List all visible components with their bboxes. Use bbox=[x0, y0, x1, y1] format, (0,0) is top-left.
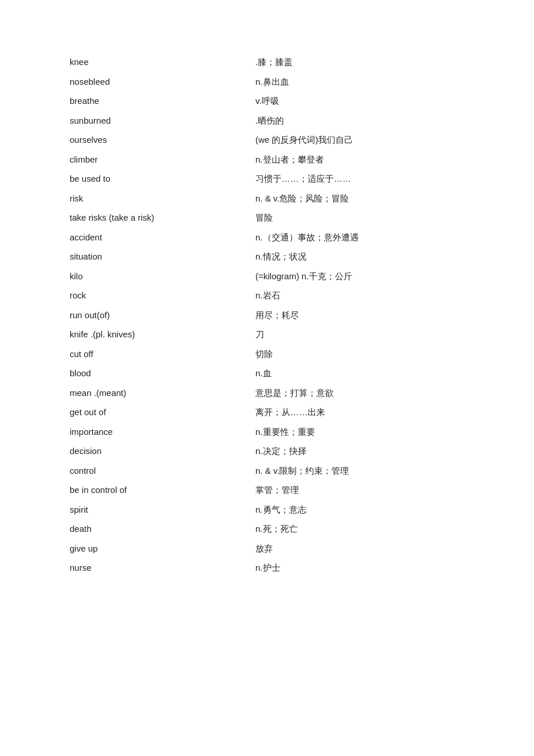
vocab-row: give up 放弃 bbox=[70, 539, 470, 559]
vocab-en-term: cut off bbox=[70, 347, 255, 362]
vocab-row: control n. & v.限制；约束；管理 bbox=[70, 461, 470, 481]
vocab-en-term: take risks (take a risk) bbox=[70, 210, 255, 225]
vocab-en-term: run out(of) bbox=[70, 308, 255, 323]
vocab-en-term: knee bbox=[70, 55, 255, 70]
vocab-en-term: death bbox=[70, 521, 255, 537]
vocab-row: situationn.情况；状况 bbox=[70, 247, 470, 267]
vocab-zh-definition: 放弃 bbox=[255, 541, 470, 556]
vocab-row: run out(of) 用尽；耗尽 bbox=[70, 305, 470, 325]
vocab-zh-definition: n. & v.危险；风险；冒险 bbox=[255, 191, 470, 206]
vocab-row: get out of 离开；从……出来 bbox=[70, 402, 470, 422]
vocab-en-term: give up bbox=[70, 541, 255, 556]
vocab-row: cut off 切除 bbox=[70, 344, 470, 364]
vocab-zh-definition: 刀 bbox=[255, 327, 470, 342]
vocab-zh-definition: n.死；死亡 bbox=[255, 521, 470, 537]
vocab-row: take risks (take a risk)冒险 bbox=[70, 208, 470, 228]
vocab-row: be used to习惯于……；适应于…… bbox=[70, 169, 470, 189]
vocab-zh-definition: n. & v.限制；约束；管理 bbox=[255, 463, 470, 478]
vocab-zh-definition: n.鼻出血 bbox=[255, 74, 470, 89]
vocab-row: bloodn.血 bbox=[70, 363, 470, 383]
vocab-en-term: importance bbox=[70, 424, 255, 440]
vocab-row: ourselves(we 的反身代词)我们自己 bbox=[70, 130, 470, 150]
vocab-en-term: blood bbox=[70, 366, 255, 381]
vocab-en-term: be in control of bbox=[70, 483, 255, 498]
vocab-en-term: mean .(meant) bbox=[70, 386, 255, 401]
vocab-zh-definition: n.护士 bbox=[255, 560, 470, 575]
vocab-row: climbern.登山者；攀登者 bbox=[70, 150, 470, 170]
vocab-en-term: climber bbox=[70, 152, 255, 167]
vocab-zh-definition: .膝；膝盖 bbox=[255, 55, 470, 70]
vocab-row: knife .(pl. knives) 刀 bbox=[70, 325, 470, 344]
vocab-zh-definition: 用尽；耗尽 bbox=[255, 308, 470, 323]
vocab-row: breathev.呼吸 bbox=[70, 91, 470, 111]
vocab-en-term: rock bbox=[70, 288, 255, 303]
vocab-row: kilo(=kilogram) n.千克；公斤 bbox=[70, 267, 470, 286]
vocabulary-table: knee.膝；膝盖nosebleedn.鼻出血breathev.呼吸sunbur… bbox=[64, 52, 470, 578]
vocab-zh-definition: n.情况；状况 bbox=[255, 249, 470, 264]
vocab-zh-definition: n.勇气；意志 bbox=[255, 502, 470, 517]
vocab-en-term: ourselves bbox=[70, 132, 255, 147]
vocab-zh-definition: n.决定；抉择 bbox=[255, 444, 470, 459]
vocab-row: accidentn.（交通）事故；意外遭遇 bbox=[70, 228, 470, 247]
vocab-row: spiritn.勇气；意志 bbox=[70, 500, 470, 520]
vocab-row: deathn.死；死亡 bbox=[70, 519, 470, 539]
vocab-en-term: nurse bbox=[70, 560, 255, 575]
vocab-zh-definition: 冒险 bbox=[255, 210, 470, 225]
vocab-en-term: spirit bbox=[70, 502, 255, 517]
vocab-en-term: risk bbox=[70, 191, 255, 206]
vocab-en-term: breathe bbox=[70, 93, 255, 109]
vocab-en-term: accident bbox=[70, 230, 255, 245]
vocab-en-term: get out of bbox=[70, 405, 255, 420]
vocab-row: mean .(meant) 意思是；打算；意欲 bbox=[70, 383, 470, 403]
vocab-row: knee.膝；膝盖 bbox=[70, 52, 470, 72]
vocab-en-term: situation bbox=[70, 249, 255, 264]
vocab-zh-definition: 离开；从……出来 bbox=[255, 405, 470, 420]
vocab-zh-definition: 意思是；打算；意欲 bbox=[255, 386, 470, 401]
vocab-en-term: decision bbox=[70, 444, 255, 459]
vocab-zh-definition: n.（交通）事故；意外遭遇 bbox=[255, 230, 470, 245]
vocab-zh-definition: (=kilogram) n.千克；公斤 bbox=[255, 269, 470, 284]
vocab-row: rock n.岩石 bbox=[70, 286, 470, 305]
vocab-row: decisionn.决定；抉择 bbox=[70, 441, 470, 461]
vocab-zh-definition: n.岩石 bbox=[255, 288, 470, 303]
vocab-en-term: knife .(pl. knives) bbox=[70, 327, 255, 342]
vocab-zh-definition: (we 的反身代词)我们自己 bbox=[255, 132, 470, 147]
vocab-zh-definition: .晒伤的 bbox=[255, 113, 470, 128]
vocab-row: nursen.护士 bbox=[70, 558, 470, 578]
vocab-zh-definition: 掌管；管理 bbox=[255, 483, 470, 498]
vocab-zh-definition: 切除 bbox=[255, 347, 470, 362]
vocab-row: sunburned.晒伤的 bbox=[70, 111, 470, 131]
vocab-en-term: kilo bbox=[70, 269, 255, 284]
vocab-zh-definition: n.登山者；攀登者 bbox=[255, 152, 470, 167]
vocab-en-term: nosebleed bbox=[70, 74, 255, 89]
vocab-row: importance n.重要性；重要 bbox=[70, 422, 470, 442]
vocab-zh-definition: n.重要性；重要 bbox=[255, 424, 470, 440]
vocab-en-term: sunburned bbox=[70, 113, 255, 128]
vocab-row: be in control of 掌管；管理 bbox=[70, 480, 470, 500]
vocab-row: nosebleedn.鼻出血 bbox=[70, 72, 470, 92]
vocab-row: riskn. & v.危险；风险；冒险 bbox=[70, 189, 470, 208]
vocab-en-term: control bbox=[70, 463, 255, 478]
vocab-en-term: be used to bbox=[70, 171, 255, 186]
vocab-zh-definition: v.呼吸 bbox=[255, 93, 470, 109]
vocab-zh-definition: n.血 bbox=[255, 366, 470, 381]
vocab-zh-definition: 习惯于……；适应于…… bbox=[255, 171, 470, 186]
